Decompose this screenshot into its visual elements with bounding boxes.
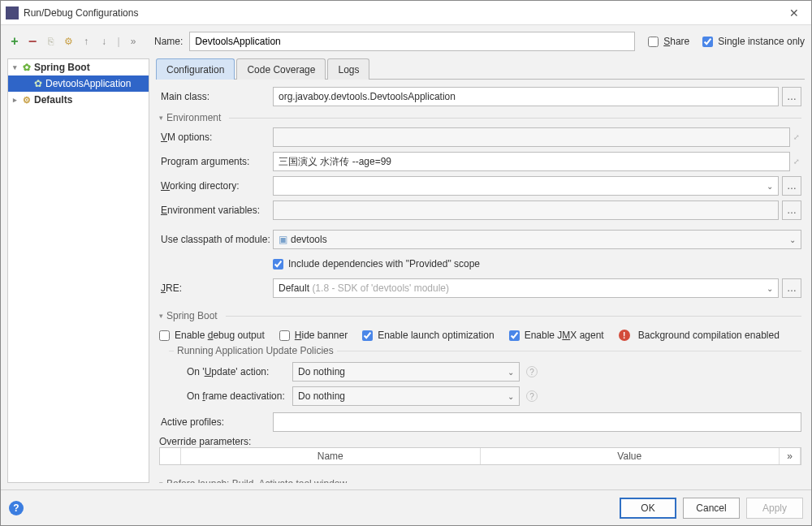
- configuration-form: Main class: org.javaboy.devtools.Devtool…: [156, 80, 805, 483]
- tabs: Configuration Code Coverage Logs: [156, 58, 805, 80]
- on-update-label: On 'Update' action:: [169, 366, 292, 377]
- add-config-button[interactable]: +: [7, 34, 22, 49]
- close-icon[interactable]: ✕: [782, 6, 806, 19]
- remove-config-button[interactable]: −: [25, 34, 40, 49]
- active-profiles-field[interactable]: [273, 412, 801, 432]
- name-input[interactable]: [189, 32, 635, 51]
- chevron-down-icon: ⌄: [767, 182, 773, 191]
- main-class-label: Main class:: [159, 91, 273, 102]
- vm-options-field[interactable]: [273, 127, 790, 147]
- hide-banner-checkbox[interactable]: [279, 330, 290, 341]
- expand-icon[interactable]: ⤢: [793, 133, 801, 141]
- help-icon[interactable]: ?: [526, 366, 538, 377]
- update-policies-group: Running Application Update Policies On '…: [169, 351, 801, 407]
- include-provided-label: Include dependencies with "Provided" sco…: [288, 258, 480, 269]
- ok-button[interactable]: OK: [620, 498, 676, 519]
- warning-icon: !: [619, 330, 630, 341]
- expand-all-icon[interactable]: »: [126, 34, 140, 49]
- enable-launch-opt-label: Enable launch optimization: [378, 330, 494, 341]
- override-params-label: Override parameters:: [159, 436, 801, 447]
- vm-options-label: VM options:: [159, 132, 273, 143]
- browse-main-class-button[interactable]: …: [782, 87, 801, 106]
- before-launch-section-header[interactable]: ▾ Before launch: Build, Activate tool wi…: [159, 478, 801, 483]
- enable-debug-checkbox[interactable]: [159, 330, 170, 341]
- scroll-column[interactable]: »: [780, 448, 801, 464]
- separator: |: [114, 36, 123, 47]
- chevron-down-icon: ⌄: [789, 235, 796, 244]
- on-frame-label: On frame deactivation:: [169, 390, 292, 402]
- chevron-down-icon: ⌄: [767, 284, 773, 293]
- gear-icon: ⚙: [21, 94, 32, 106]
- window-title: Run/Debug Configurations: [24, 7, 782, 19]
- enable-debug-label: Enable debug output: [175, 330, 265, 341]
- browse-working-dir-button[interactable]: …: [782, 176, 801, 196]
- checkbox-column: [160, 448, 181, 464]
- tab-code-coverage[interactable]: Code Coverage: [236, 58, 326, 80]
- app-icon: [6, 6, 19, 19]
- titlebar: Run/Debug Configurations ✕: [1, 1, 811, 25]
- module-icon: ▣: [279, 234, 287, 245]
- include-provided-checkbox[interactable]: [273, 259, 283, 269]
- override-params-table-header: Name Value »: [159, 447, 801, 465]
- program-args-field[interactable]: 三国演义 水浒传 --age=99: [273, 152, 790, 171]
- enable-jmx-label: Enable JMX agent: [525, 330, 604, 341]
- name-column: Name: [181, 448, 481, 464]
- config-toolbar: + − ⎘ ⚙ ↑ ↓ | »: [7, 34, 149, 49]
- help-button[interactable]: ?: [9, 501, 24, 515]
- value-column: Value: [481, 448, 780, 464]
- config-tree[interactable]: ▾ ✿ Spring Boot ✿ DevtoolsApplication ▸ …: [7, 58, 149, 483]
- chevron-right-icon[interactable]: ▸: [10, 96, 19, 104]
- main-class-field[interactable]: org.javaboy.devtools.DevtoolsApplication: [273, 87, 779, 106]
- chevron-down-icon: ▾: [159, 114, 163, 122]
- browse-env-vars-button[interactable]: …: [782, 200, 801, 220]
- tree-node-defaults[interactable]: ▸ ⚙ Defaults: [8, 92, 149, 108]
- on-frame-select[interactable]: Do nothing⌄: [292, 386, 520, 406]
- share-checkbox[interactable]: [648, 37, 659, 47]
- env-vars-label: Environment variables:: [159, 205, 273, 216]
- tree-node-devtools-app[interactable]: ✿ DevtoolsApplication: [8, 75, 149, 92]
- enable-jmx-checkbox[interactable]: [509, 330, 520, 341]
- bg-compile-label: Background compilation enabled: [638, 330, 780, 341]
- move-up-icon[interactable]: ↑: [79, 34, 93, 49]
- browse-jre-button[interactable]: …: [782, 278, 801, 298]
- env-vars-field[interactable]: [273, 200, 779, 220]
- spring-icon: ✿: [21, 62, 32, 73]
- dialog-footer: ? OK Cancel Apply: [1, 489, 811, 525]
- single-instance-label: Single instance only: [718, 36, 805, 47]
- environment-section-header[interactable]: ▾ Environment: [159, 112, 801, 123]
- active-profiles-label: Active profiles:: [159, 416, 273, 428]
- tab-configuration[interactable]: Configuration: [156, 58, 235, 80]
- chevron-down-icon: ⌄: [508, 368, 514, 377]
- tab-logs[interactable]: Logs: [327, 58, 369, 80]
- jre-label: JRE:: [159, 282, 273, 294]
- apply-button[interactable]: Apply: [746, 498, 803, 519]
- update-policies-title: Running Application Update Policies: [174, 345, 337, 356]
- hide-banner-label: Hide banner: [295, 330, 348, 341]
- enable-launch-opt-checkbox[interactable]: [362, 330, 373, 341]
- jre-select[interactable]: Default (1.8 - SDK of 'devtools' module)…: [273, 278, 779, 298]
- help-icon[interactable]: ?: [526, 390, 538, 402]
- working-dir-label: Working directory:: [159, 180, 273, 192]
- program-args-label: Program arguments:: [159, 156, 273, 167]
- classpath-select[interactable]: ▣devtools ⌄: [273, 230, 801, 249]
- spring-icon: ✿: [32, 78, 44, 89]
- chevron-down-icon: ▾: [159, 480, 163, 483]
- chevron-down-icon[interactable]: ▾: [10, 63, 19, 71]
- name-label: Name:: [154, 36, 183, 47]
- on-update-select[interactable]: Do nothing⌄: [292, 362, 520, 382]
- spring-boot-section-header[interactable]: ▾ Spring Boot: [159, 310, 801, 321]
- expand-icon[interactable]: ⤢: [793, 157, 801, 166]
- chevron-down-icon: ⌄: [508, 392, 514, 401]
- tree-node-spring-boot[interactable]: ▾ ✿ Spring Boot: [8, 59, 149, 75]
- classpath-label: Use classpath of module:: [159, 234, 273, 245]
- working-dir-field[interactable]: ⌄: [273, 176, 779, 196]
- copy-config-button[interactable]: ⎘: [43, 34, 58, 49]
- single-instance-checkbox[interactable]: [702, 37, 713, 47]
- share-label: Share: [663, 36, 689, 47]
- chevron-down-icon: ▾: [159, 312, 163, 320]
- move-down-icon[interactable]: ↓: [97, 34, 111, 49]
- settings-icon[interactable]: ⚙: [61, 34, 76, 49]
- cancel-button[interactable]: Cancel: [683, 498, 740, 519]
